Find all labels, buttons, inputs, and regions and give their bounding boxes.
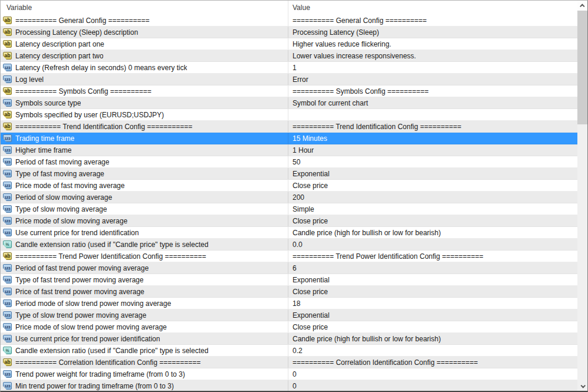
- variable-value[interactable]: Candle price (high for bullish or low fo…: [288, 333, 577, 344]
- variable-cell[interactable]: 123Type of fast moving average: [1, 168, 288, 179]
- table-row[interactable]: abSymbols specified by user (EURUSD;USDJ…: [1, 109, 577, 121]
- table-row[interactable]: 123Trend power weight for trading timefr…: [1, 368, 577, 380]
- table-row[interactable]: ½Candle extension ratio (used if "Candle…: [1, 345, 577, 357]
- table-row[interactable]: 123Symbols source typeSymbol for current…: [1, 97, 577, 109]
- variable-cell[interactable]: 123Type of slow moving average: [1, 203, 288, 215]
- variable-cell[interactable]: ½Candle extension ratio (used if "Candle…: [1, 239, 288, 250]
- table-row[interactable]: ab========== Correlation Identification …: [1, 357, 577, 368]
- variable-cell[interactable]: ab========== Symbols Config ==========: [1, 85, 288, 97]
- variable-cell[interactable]: 123Symbols source type: [1, 97, 288, 108]
- table-row[interactable]: 123Higher time frame1 Hour: [1, 144, 577, 156]
- table-row[interactable]: 123Use current price for trend power ide…: [1, 333, 577, 345]
- variable-value[interactable]: ========== Correlation Identification Co…: [288, 357, 577, 368]
- table-row[interactable]: ab========== Symbols Config ============…: [1, 85, 577, 97]
- variable-cell[interactable]: 123Log level: [1, 74, 288, 85]
- table-row[interactable]: 123Trading time frame15 Minutes: [1, 133, 577, 144]
- table-row[interactable]: 123Use current price for trend identific…: [1, 227, 577, 239]
- table-row[interactable]: ½Candle extension ratio (used if "Candle…: [1, 239, 577, 251]
- variable-cell[interactable]: ab========== General Config ==========: [1, 15, 288, 26]
- variable-cell[interactable]: ab========== Trend Power Identification …: [1, 251, 288, 262]
- vertical-scrollbar[interactable]: [577, 1, 587, 391]
- variable-cell[interactable]: ab=========== Trend Identification Confi…: [1, 121, 288, 132]
- variable-cell[interactable]: 123Trend power weight for trading timefr…: [1, 368, 288, 380]
- variable-cell[interactable]: 123Period of fast moving average: [1, 156, 288, 167]
- table-row[interactable]: 123Type of slow moving averageSimple: [1, 203, 577, 215]
- variable-value[interactable]: 1 Hour: [288, 144, 577, 156]
- variable-value[interactable]: 0.0: [288, 239, 577, 250]
- variable-cell[interactable]: 123Period of fast trend power moving ave…: [1, 262, 288, 274]
- variable-cell[interactable]: 123Period mode of slow trend power movin…: [1, 298, 288, 309]
- table-row[interactable]: 123Period of fast moving average50: [1, 156, 577, 168]
- variable-value[interactable]: Processing Latency (Sleep): [288, 27, 577, 38]
- variable-value[interactable]: Close price: [288, 286, 577, 297]
- variable-value[interactable]: Simple: [288, 203, 577, 215]
- variable-cell[interactable]: 123Higher time frame: [1, 144, 288, 156]
- table-row[interactable]: 123Type of fast moving averageExponentia…: [1, 168, 577, 180]
- column-header-value[interactable]: Value: [288, 1, 577, 15]
- variable-cell[interactable]: 123Use current price for trend identific…: [1, 227, 288, 238]
- table-row[interactable]: 123Price of fast trend power moving aver…: [1, 286, 577, 298]
- variable-cell[interactable]: 123Period of slow moving average: [1, 192, 288, 203]
- variable-value[interactable]: 6: [288, 262, 577, 274]
- variable-value[interactable]: 15 Minutes: [288, 133, 577, 144]
- table-row[interactable]: 123Min trend power for trading timeframe…: [1, 380, 577, 391]
- variable-cell[interactable]: 123Price mode of slow trend power moving…: [1, 321, 288, 332]
- variable-cell[interactable]: 123Use current price for trend power ide…: [1, 333, 288, 344]
- variable-cell[interactable]: ab========== Correlation Identification …: [1, 357, 288, 368]
- table-row[interactable]: ab=========== Trend Identification Confi…: [1, 121, 577, 133]
- table-row[interactable]: abLatency description part oneHigher val…: [1, 38, 577, 50]
- variable-cell[interactable]: 123Price mode of slow moving average: [1, 215, 288, 226]
- variable-cell[interactable]: 123Min trend power for trading timeframe…: [1, 380, 288, 391]
- table-row[interactable]: abLatency description part twoLower valu…: [1, 50, 577, 62]
- variable-value[interactable]: Error: [288, 74, 577, 85]
- scrollbar-thumb[interactable]: [577, 11, 587, 124]
- scrollbar-track[interactable]: [577, 11, 587, 381]
- variable-value[interactable]: ========== Trend Power Identification Co…: [288, 251, 577, 262]
- table-row[interactable]: 123Log levelError: [1, 74, 577, 85]
- variable-cell[interactable]: abLatency description part one: [1, 38, 288, 50]
- table-row[interactable]: 123Latency (Refresh delay in seconds) 0 …: [1, 62, 577, 74]
- variable-value[interactable]: Exponential: [288, 309, 577, 321]
- table-row[interactable]: 123Price mode of slow moving averageClos…: [1, 215, 577, 227]
- variable-cell[interactable]: 123Type of fast trend power moving avera…: [1, 274, 288, 285]
- column-header-variable[interactable]: Variable: [1, 1, 288, 15]
- table-row[interactable]: 123Type of slow trend power moving avera…: [1, 309, 577, 321]
- table-row[interactable]: abProcessing Latency (Sleep) description…: [1, 27, 577, 38]
- variable-value[interactable]: Close price: [288, 215, 577, 226]
- variable-value[interactable]: 0.2: [288, 345, 577, 356]
- variable-value[interactable]: ========== General Config ==========: [288, 15, 577, 26]
- table-row[interactable]: ab========== Trend Power Identification …: [1, 251, 577, 262]
- variable-value[interactable]: [288, 109, 577, 120]
- variable-cell[interactable]: 123Type of slow trend power moving avera…: [1, 309, 288, 321]
- variable-value[interactable]: Exponential: [288, 168, 577, 179]
- variable-value[interactable]: Higher values reduce flickering.: [288, 38, 577, 50]
- table-row[interactable]: 123Type of fast trend power moving avera…: [1, 274, 577, 286]
- table-row[interactable]: 123Price mode of slow trend power moving…: [1, 321, 577, 333]
- variable-value[interactable]: ========== Trend Identification Config =…: [288, 121, 577, 132]
- variable-cell[interactable]: 123Trading time frame: [1, 133, 288, 144]
- variable-value[interactable]: 0: [288, 368, 577, 380]
- variable-value[interactable]: Lower values increase responsiveness.: [288, 50, 577, 61]
- variable-value[interactable]: 18: [288, 298, 577, 309]
- variable-value[interactable]: 1: [288, 62, 577, 73]
- table-row[interactable]: 123Period mode of slow trend power movin…: [1, 298, 577, 309]
- table-row[interactable]: ab========== General Config ============…: [1, 15, 577, 27]
- variable-value[interactable]: 50: [288, 156, 577, 167]
- scroll-down-button[interactable]: [577, 381, 587, 391]
- variable-value[interactable]: 200: [288, 192, 577, 203]
- variable-value[interactable]: Close price: [288, 321, 577, 332]
- table-row[interactable]: 123Price mode of fast moving averageClos…: [1, 180, 577, 192]
- variable-cell[interactable]: 123Price of fast trend power moving aver…: [1, 286, 288, 297]
- scroll-up-button[interactable]: [577, 1, 587, 11]
- variable-cell[interactable]: 123Latency (Refresh delay in seconds) 0 …: [1, 62, 288, 73]
- variable-value[interactable]: Candle price (high for bullish or low fo…: [288, 227, 577, 238]
- table-row[interactable]: 123Period of fast trend power moving ave…: [1, 262, 577, 274]
- variable-cell[interactable]: ½Candle extension ratio (used if "Candle…: [1, 345, 288, 356]
- variable-cell[interactable]: abProcessing Latency (Sleep) description: [1, 27, 288, 38]
- variable-value[interactable]: 0: [288, 380, 577, 391]
- variable-cell[interactable]: abLatency description part two: [1, 50, 288, 61]
- variable-cell[interactable]: abSymbols specified by user (EURUSD;USDJ…: [1, 109, 288, 120]
- table-row[interactable]: 123Period of slow moving average200: [1, 192, 577, 203]
- variable-value[interactable]: ========== Symbols Config ==========: [288, 85, 577, 97]
- variable-value[interactable]: Exponential: [288, 274, 577, 285]
